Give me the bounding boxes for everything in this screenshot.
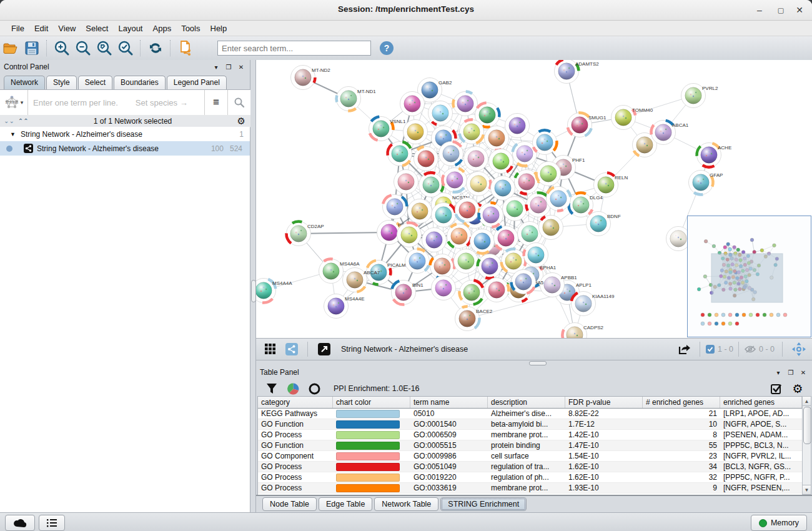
menu-tools[interactable]: Tools [176,22,205,35]
node[interactable] [464,147,488,171]
open-session-button[interactable] [1,39,20,57]
cloud-tasks-button[interactable] [5,515,35,531]
scrollbar-thumb[interactable] [803,407,811,444]
column-header-enriched-genes[interactable]: enriched genes [720,397,802,408]
node[interactable] [485,278,509,302]
node-BACE2[interactable]: BACE2 [455,306,493,330]
memory-button[interactable]: Memory [751,515,807,531]
panel-float-icon[interactable]: ❐ [786,369,796,376]
splitter-handle[interactable] [529,361,547,365]
tab-edge-table[interactable]: Edge Table [319,497,372,511]
menu-apps[interactable]: Apps [148,22,177,35]
menu-file[interactable]: File [6,22,29,35]
species-hint[interactable]: Set species → [136,98,188,107]
node[interactable] [485,126,509,151]
node[interactable] [524,243,548,267]
table-row[interactable]: GO ComponentGO:0009986cell surface1.54E-… [258,451,803,462]
node-ABCA1[interactable]: ABCA1 [651,121,688,145]
string-logo-button[interactable]: STRING ▾ [0,90,28,115]
column-header-term-name[interactable]: term name [410,397,488,408]
node-ADAMTS2[interactable]: ADAMTS2 [555,60,600,84]
node-MS4A4E[interactable]: MS4A4E [324,294,365,319]
table-row[interactable]: GO ProcessGO:0033619membrane prot...1.93… [258,483,803,494]
node[interactable] [455,198,480,222]
node-GFAP[interactable]: GFAP [689,171,723,195]
string-search-button[interactable] [227,90,250,115]
node[interactable] [400,92,425,116]
node[interactable] [430,254,455,279]
enrichment-settings-button[interactable]: ⚙ [788,379,807,398]
node[interactable] [453,92,478,116]
node[interactable] [467,172,491,196]
expand-all-icon[interactable]: ⌃⌃ [18,117,29,124]
node[interactable] [459,280,483,305]
node-MT-ND2[interactable]: MT-ND2 [291,66,331,90]
node[interactable] [419,172,443,197]
table-row[interactable]: GO ProcessGO:0051049regulation of tra...… [258,462,803,472]
node[interactable] [388,142,412,166]
node[interactable] [470,229,495,254]
node-SMUG1[interactable]: SMUG1 [568,113,607,137]
tab-boundaries[interactable]: Boundaries [114,76,166,89]
node[interactable] [422,228,447,252]
node[interactable] [477,254,502,279]
node-ACHE[interactable]: ACHE [697,143,732,167]
panel-menu-icon[interactable]: ▾ [211,64,221,71]
ring-chart-button[interactable] [305,379,324,398]
column-header-chart-color[interactable]: chart color [333,397,410,408]
node-RELN[interactable]: RELN [594,173,628,197]
tab-legend-panel[interactable]: Legend Panel [167,76,227,89]
menu-help[interactable]: Help [205,22,232,35]
vertical-splitter[interactable] [250,60,256,512]
table-row[interactable]: GO ProcessGO:0019220regulation of ph...1… [258,472,803,483]
node[interactable] [414,147,438,171]
export-network-button[interactable] [675,340,693,359]
column-header--enriched-genes[interactable]: # enriched genes [643,397,720,408]
maximize-button[interactable]: ▢ [772,2,790,17]
viewport-rect[interactable] [711,254,783,302]
node-BIN1[interactable]: BIN1 [392,280,424,305]
node[interactable] [394,170,418,194]
node[interactable] [494,226,518,251]
tab-select[interactable]: Select [78,76,112,89]
node-KIAA1149[interactable]: KIAA1149 [572,292,615,316]
node[interactable] [383,195,407,219]
node[interactable] [489,149,513,174]
filter-button[interactable] [262,379,281,398]
node-MS4A4A[interactable]: MS4A4A [256,279,292,303]
collapse-all-icon[interactable]: ⌄⌄ [4,117,14,124]
horizontal-splitter[interactable] [256,360,812,365]
scroll-up-arrow[interactable]: ▲ [803,397,811,406]
node[interactable] [454,249,478,274]
node[interactable] [460,119,484,144]
tab-network-table[interactable]: Network Table [374,497,438,511]
table-row[interactable]: KEGG Pathways05010Alzheimer's dise...8.8… [258,409,803,419]
node[interactable] [408,199,432,224]
panel-close-icon[interactable]: ✕ [798,369,808,376]
menu-select[interactable]: Select [81,22,113,35]
clone-network-button[interactable] [176,39,195,57]
zoom-in-button[interactable] [52,39,71,57]
menu-edit[interactable]: Edit [29,22,53,35]
string-options-button[interactable]: ≡ [204,90,227,115]
node[interactable] [479,202,503,227]
network-row[interactable]: String Network - Alzheimer's disease 100… [0,141,250,156]
node[interactable] [533,130,557,154]
zoom-out-button[interactable] [74,39,92,57]
node[interactable] [405,249,430,273]
node[interactable] [428,101,453,126]
string-query-input[interactable]: Enter one term per line. Set species → [28,98,204,107]
node-BDNF[interactable]: BDNF [587,212,621,236]
splitter-handle[interactable] [251,280,256,302]
column-header-category[interactable]: category [258,397,333,408]
node[interactable] [397,222,422,247]
node[interactable] [442,168,467,192]
search-input[interactable] [217,41,371,56]
node[interactable] [537,162,561,186]
node[interactable] [518,222,542,246]
zoom-selected-button[interactable] [116,39,135,57]
table-row[interactable]: GO FunctionGO:0001540beta-amyloid bi...1… [258,419,803,430]
tab-network[interactable]: Network [4,76,45,89]
birdseye-view[interactable] [687,216,811,337]
panel-float-icon[interactable]: ❐ [224,64,234,71]
